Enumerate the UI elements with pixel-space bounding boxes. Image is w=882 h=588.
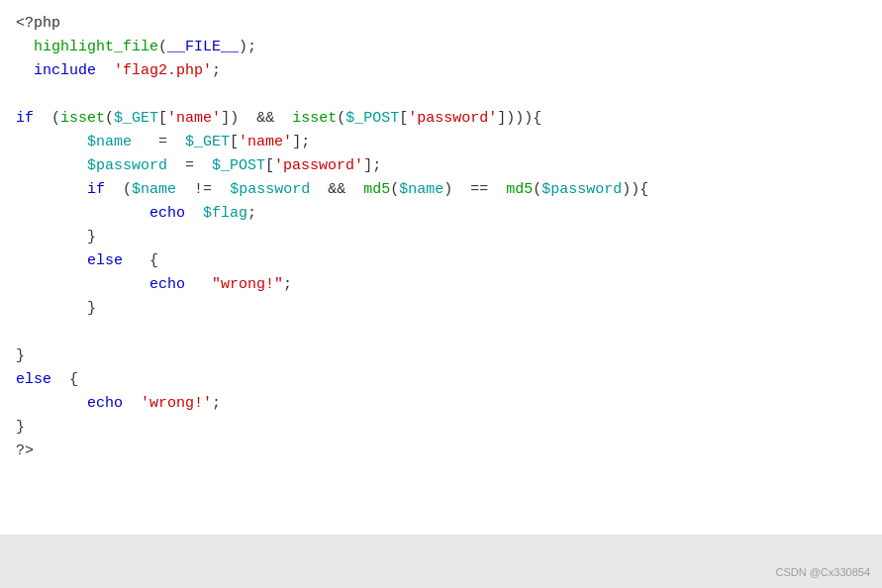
code-line-4 [16, 83, 866, 107]
code-line-19: ?> [16, 440, 866, 463]
code-line-7: $password = $_POST['password']; [16, 154, 866, 178]
code-line-18: } [16, 416, 866, 440]
code-line-2: highlight_file(__FILE__); [16, 36, 866, 59]
code-line-5: if (isset($_GET['name']) && isset($_POST… [16, 107, 866, 131]
code-line-17: echo 'wrong!'; [16, 392, 866, 416]
bottom-bar [0, 535, 882, 588]
code-line-1: <?php [16, 12, 866, 36]
watermark: CSDN @Cx330854 [775, 566, 870, 578]
code-line-9: echo $flag; [16, 202, 866, 226]
code-container: <?php highlight_file(__FILE__); include … [0, 0, 882, 535]
code-line-11: else { [16, 249, 866, 273]
code-line-10: } [16, 226, 866, 249]
code-line-12: echo "wrong!"; [16, 273, 866, 297]
code-line-14 [16, 321, 866, 344]
code-line-15: } [16, 344, 866, 368]
code-line-3: include 'flag2.php'; [16, 59, 866, 83]
code-line-13: } [16, 297, 866, 321]
code-line-16: else { [16, 368, 866, 392]
code-line-6: $name = $_GET['name']; [16, 131, 866, 154]
code-line-8: if ($name != $password && md5($name) == … [16, 178, 866, 202]
